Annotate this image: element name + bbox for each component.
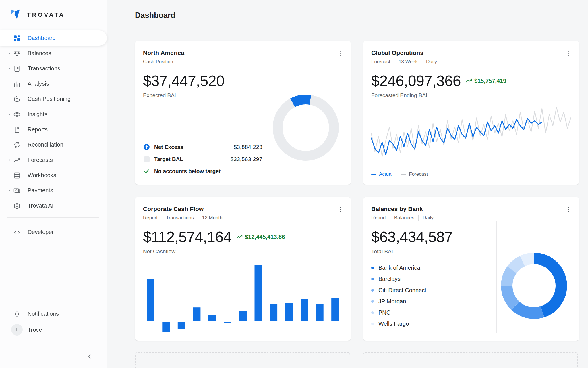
reports-icon <box>13 126 21 133</box>
bank-label: Citi Direct Connect <box>378 287 426 294</box>
trending-up-icon <box>236 233 243 240</box>
card-meta-item: Report <box>371 215 386 221</box>
sidebar-item-cash-positioning[interactable]: Cash Positioning <box>0 91 107 107</box>
card-meta-item: Daily <box>418 215 434 221</box>
sidebar-item-label: Analysis <box>28 80 49 87</box>
forecasted-balance-amount: $246,097,366 <box>371 72 461 89</box>
sidebar-item-analysis[interactable]: Analysis <box>0 76 107 91</box>
amount-label: Expected BAL <box>143 92 268 99</box>
legend-actual-label: Actual <box>379 171 392 177</box>
bank-label: JP Morgan <box>378 298 406 305</box>
expand-chevron-icon <box>7 128 13 132</box>
sidebar-item-notifications[interactable]: Notifications <box>0 306 107 322</box>
bank-label: PNC <box>378 309 390 316</box>
header-divider <box>135 29 578 29</box>
sidebar-item-forecasts[interactable]: Forecasts <box>0 152 107 168</box>
legend-forecast: Forecast <box>401 171 428 177</box>
accounts-status-text: No accounts below target <box>154 168 220 175</box>
sidebar-item-reconciliation[interactable]: Reconciliation <box>0 137 107 152</box>
delta-value: $12,445,413.86 <box>245 234 285 240</box>
total-balance-amount: $63,434,587 <box>371 228 496 246</box>
kebab-menu-icon <box>336 49 344 57</box>
placeholder-row <box>135 352 578 368</box>
sidebar-item-balances[interactable]: Balances <box>0 46 107 61</box>
card-meta-item: Report <box>143 215 158 221</box>
insights-icon <box>13 111 21 118</box>
bank-color-dot <box>371 289 374 292</box>
bank-legend-item: JP Morgan <box>371 296 496 307</box>
bank-legend-item: Wells Fargo <box>371 318 496 329</box>
expand-chevron-icon <box>7 158 13 162</box>
sidebar-item-developer[interactable]: Developer <box>0 225 107 240</box>
sidebar-item-dashboard[interactable]: Dashboard <box>0 30 107 46</box>
card-corporate-cash-flow: Corporate Cash Flow ReportTransactions12… <box>135 197 351 341</box>
kebab-menu-button[interactable] <box>335 48 346 59</box>
expand-chevron-icon <box>7 189 13 193</box>
net-excess-value: $3,884,223 <box>234 144 262 150</box>
sidebar-item-trove[interactable]: Tr Trove <box>0 322 107 338</box>
brand-name: TROVATA <box>27 11 65 18</box>
kebab-menu-icon <box>565 206 572 213</box>
sidebar-item-label: Forecasts <box>28 157 53 163</box>
accounts-status-row: No accounts below target <box>143 165 268 177</box>
page-title: Dashboard <box>135 0 578 20</box>
dashboard-icon <box>13 34 21 42</box>
card-meta-item: 12 Month <box>198 215 223 221</box>
sidebar-item-transactions[interactable]: Transactions <box>0 61 107 76</box>
avatar: Tr <box>11 324 23 336</box>
bank-legend-item: PNC <box>371 307 496 318</box>
sidebar-item-label: Reconciliation <box>28 141 63 148</box>
placeholder-card <box>135 352 350 368</box>
payments-icon <box>13 187 21 194</box>
cashflow-bar-chart <box>143 264 343 332</box>
forecast-dash-icon <box>401 174 406 175</box>
sidebar-item-reports[interactable]: Reports <box>0 122 107 137</box>
sidebar: TROVATA Dashboard Balances Transactions … <box>0 0 107 368</box>
sidebar-item-workbooks[interactable]: Workbooks <box>0 168 107 183</box>
bank-legend-item: Citi Direct Connect <box>371 285 496 296</box>
delta-badge: $15,757,419 <box>465 77 506 84</box>
reconciliation-icon <box>13 141 21 149</box>
bank-label: Wells Fargo <box>378 321 409 327</box>
actual-dash-icon <box>371 174 376 175</box>
expand-chevron-icon <box>7 67 13 71</box>
line-chart-legend: Actual Forecast <box>371 171 571 177</box>
card-meta-item: Balances <box>390 215 414 221</box>
sidebar-nav-secondary: Developer <box>0 225 107 240</box>
card-meta-item: Forecast <box>371 59 390 65</box>
trovata-logo-icon <box>9 8 22 21</box>
card-meta-item: 13 Week <box>394 59 418 65</box>
balances-icon <box>13 50 21 57</box>
bank-legend-item: Barclays <box>371 273 496 285</box>
expand-chevron-icon <box>7 36 13 40</box>
cash-position-donut-chart <box>272 94 339 161</box>
card-title: Global Operations <box>371 49 571 56</box>
amount-label: Total BAL <box>371 248 496 255</box>
expand-chevron-icon <box>7 143 13 147</box>
card-meta: ReportBalancesDaily <box>371 215 571 221</box>
workbooks-icon <box>13 172 21 179</box>
sidebar-item-label: Workbooks <box>28 172 56 179</box>
sidebar-item-insights[interactable]: Insights <box>0 107 107 122</box>
kebab-menu-button[interactable] <box>335 204 346 215</box>
net-excess-label: Net Excess <box>154 144 183 150</box>
bank-color-dot <box>371 278 374 280</box>
net-cashflow-amount: $112,574,164 <box>143 228 231 246</box>
sidebar-item-payments[interactable]: Payments <box>0 183 107 198</box>
sidebar-item-trovata-ai[interactable]: Trovata AI <box>0 198 107 213</box>
forecasts-icon <box>13 156 21 164</box>
legend-actual: Actual <box>371 171 392 177</box>
expand-chevron-icon <box>7 112 13 116</box>
card-title: Corporate Cash Flow <box>143 206 343 212</box>
kebab-menu-button[interactable] <box>563 204 574 215</box>
card-meta-item: Daily <box>422 59 437 65</box>
trovata-ai-icon <box>13 202 21 210</box>
sidebar-item-label: Insights <box>28 111 47 118</box>
target-bal-row: Target BAL $33,563,297 <box>143 153 268 165</box>
delta-badge: $12,445,413.86 <box>236 233 285 240</box>
bank-legend-item: Bank of America <box>371 262 496 273</box>
kebab-menu-button[interactable] <box>563 48 574 59</box>
card-meta: ReportTransactions12 Month <box>143 215 343 221</box>
collapse-sidebar-button[interactable] <box>85 352 94 361</box>
card-meta: Forecast13 WeekDaily <box>371 59 571 65</box>
